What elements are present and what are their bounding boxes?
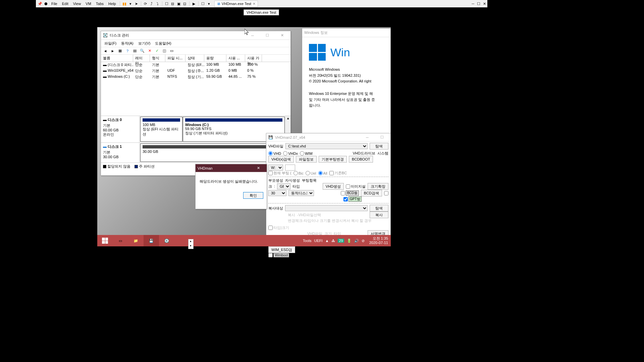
tray-icon[interactable]: ▲	[325, 239, 329, 243]
bootchange-button[interactable]: 기본부팅변경	[319, 156, 347, 163]
bic-radio[interactable]: Bic	[293, 171, 304, 175]
uel-radio[interactable]: Uel	[306, 171, 316, 175]
table-row[interactable]: ▬ (디스크 0 파티... 단순 기본 정상 (EF... 100 MB 10…	[101, 62, 290, 68]
dd-icon[interactable]: ▾	[206, 1, 212, 6]
vhdgen-button[interactable]: VHD생성	[323, 183, 344, 190]
sizeext-button[interactable]: 크기확장	[368, 183, 388, 190]
minimize-button[interactable]: ─	[361, 134, 374, 141]
fileinfo-button[interactable]: 파일정보	[296, 156, 317, 163]
send-icon[interactable]: ➤	[134, 1, 139, 6]
close-button[interactable]: ✕	[276, 32, 288, 39]
layout3-icon[interactable]: ▣	[176, 1, 181, 6]
col-type[interactable]: 형식	[150, 55, 165, 62]
col-status[interactable]: 상태	[185, 55, 204, 62]
col-pct[interactable]: 사용 가능...	[245, 55, 262, 62]
titlebar[interactable]: VHDman ✕	[196, 164, 267, 172]
browse-button[interactable]: 탐색	[370, 143, 388, 149]
menu-vm[interactable]: VM	[84, 1, 93, 6]
volume-icon[interactable]: 🔊	[354, 239, 359, 243]
vhdxsearch-button[interactable]: VHD(x)검색	[268, 156, 294, 163]
wimboot-check[interactable]: Wimboot	[268, 253, 289, 257]
delete-icon[interactable]: ✕	[147, 48, 153, 54]
new-icon[interactable]: ▭	[169, 48, 175, 54]
table-row[interactable]: ▬ Windows (C:) 단순 기본 NTFS 정상 (기... 59.90…	[101, 74, 290, 80]
sys-input[interactable]	[285, 165, 295, 171]
bcdboot-button[interactable]: BCDBOOT	[349, 156, 373, 163]
check-icon[interactable]: ✓	[154, 48, 160, 54]
block-icon[interactable]: ⊘	[362, 239, 365, 243]
copytarget-select[interactable]	[285, 205, 368, 211]
maximize-button[interactable]: ☐	[261, 32, 274, 39]
home-icon[interactable]: ⬢	[43, 1, 49, 6]
copy-button[interactable]: 복사	[370, 212, 388, 218]
battery-icon[interactable]: 🔋	[347, 239, 352, 243]
back-icon[interactable]: ◄	[102, 48, 108, 54]
menu-view[interactable]: 보기(V)	[136, 40, 153, 47]
date-badge[interactable]: 29	[338, 239, 344, 243]
diskmgmt-taskbar-button[interactable]: 💽	[159, 235, 174, 246]
drive-select[interactable]: W:	[268, 165, 283, 171]
fullscreen-icon[interactable]: ▶	[191, 1, 197, 6]
menu-tabs[interactable]: Tabs	[94, 1, 106, 6]
typesize-check[interactable]: 타입|크기	[268, 225, 289, 230]
maximize-icon[interactable]: ☐	[477, 2, 480, 6]
menu-view[interactable]: View	[71, 1, 83, 6]
minimize-button[interactable]: ─	[246, 32, 259, 39]
menu-edit[interactable]: Edit	[60, 1, 70, 6]
vhdx-radio[interactable]: VHDx	[283, 151, 298, 156]
titlebar[interactable]: Windows 정보	[302, 28, 390, 37]
pager[interactable]: ▴▾	[188, 239, 194, 249]
pin-icon[interactable]: 📌	[37, 1, 43, 6]
layout1-icon[interactable]: ☐	[164, 1, 169, 6]
titlebar[interactable]: 💾 VHDman2.07_x64 ─ ☐	[266, 133, 390, 141]
ok-button[interactable]: 확인	[243, 192, 263, 199]
uefi-label[interactable]: UEFI	[314, 239, 323, 243]
snapshot3-icon[interactable]: ⤵	[155, 1, 160, 6]
bcd-check[interactable]: BCD등	[341, 190, 359, 196]
help-icon[interactable]: ?	[124, 48, 130, 54]
disktype-select[interactable]: 동적디스크	[288, 190, 314, 196]
partition[interactable]: 100 MB 정상 (EFI 시스템 파티션	[140, 117, 182, 142]
vhdfile-input[interactable]: C:\test.vhd	[285, 143, 368, 149]
snapshot-icon[interactable]: ⟳	[143, 1, 148, 6]
close-icon[interactable]: ✕	[483, 2, 486, 6]
menu-file[interactable]: File	[49, 1, 59, 6]
vhd-radio[interactable]: VHD	[268, 151, 281, 156]
vhdman-taskbar-button[interactable]: 💾	[144, 235, 159, 246]
wimesd-button[interactable]: WIM_ESD검	[268, 246, 295, 253]
tools-label[interactable]: Tools	[303, 239, 312, 243]
wim-radio[interactable]: WIM	[300, 151, 313, 156]
col-free[interactable]: 사용 ...	[226, 55, 245, 62]
basebc-check[interactable]: 기존BC	[329, 171, 347, 176]
refresh-icon[interactable]: ▤	[132, 48, 138, 54]
explorer-button[interactable]: 📁	[128, 235, 144, 246]
partition[interactable]: 30.00 GB	[140, 143, 285, 162]
all-radio[interactable]: All	[318, 171, 327, 175]
up-icon[interactable]: ▦	[117, 48, 123, 54]
vm-tab[interactable]: 🖥 VHDman.exe Test ✕	[214, 1, 258, 7]
menu-help[interactable]: Help	[106, 1, 118, 6]
titlebar[interactable]: 💽 디스크 관리 ─ ☐ ✕	[101, 31, 290, 40]
taskview-button[interactable]: ▭	[113, 235, 128, 246]
currentboot-check[interactable]: 현재 부팅 (	[268, 171, 291, 176]
start-button[interactable]	[97, 235, 113, 246]
gpt-check[interactable]: GPT방	[343, 196, 362, 202]
maximize-button[interactable]: ☐	[376, 134, 388, 141]
snapshot2-icon[interactable]: ⤴	[149, 1, 154, 6]
u-check[interactable]	[384, 191, 388, 195]
close-button[interactable]: ✕	[252, 165, 265, 172]
close-icon[interactable]: ✕	[253, 2, 256, 6]
col-volume[interactable]: 볼륨	[101, 55, 133, 62]
menu-action[interactable]: 동작(A)	[119, 40, 136, 47]
col-fs[interactable]: 파일 시...	[165, 55, 185, 62]
browse2-button[interactable]: 탐색	[370, 205, 388, 212]
forward-icon[interactable]: ►	[110, 48, 116, 54]
bcdsearch-button[interactable]: BCD검색	[361, 190, 382, 196]
network-icon[interactable]: 🖧	[331, 239, 335, 243]
pause-icon[interactable]: ▮▮	[122, 1, 127, 6]
layout2-icon[interactable]: ⊟	[170, 1, 175, 6]
size-select[interactable]: 30	[268, 190, 286, 196]
disk-info[interactable]: ▬ 디스크 0 기본 60.00 GB 온라인	[101, 116, 140, 142]
dropdown-icon[interactable]: ▾	[128, 1, 133, 6]
menu-file[interactable]: 파일(F)	[102, 40, 118, 47]
